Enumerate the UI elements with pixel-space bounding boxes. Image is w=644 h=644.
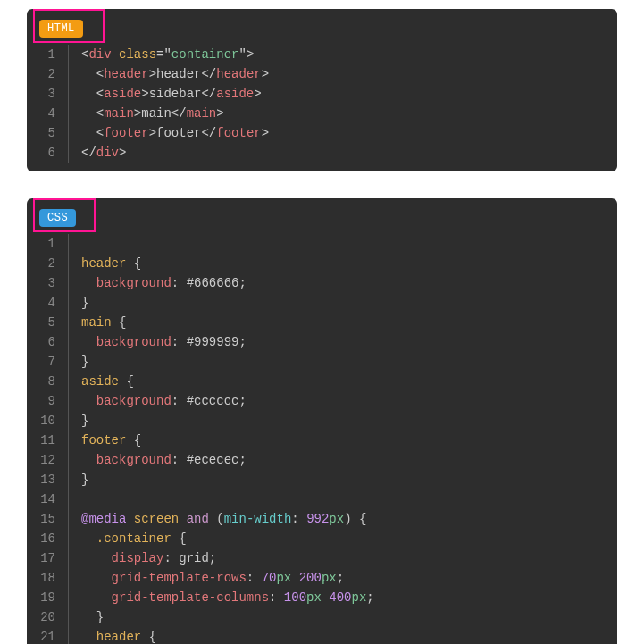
code-line: grid-template-rows: 70px 200px; bbox=[81, 568, 605, 588]
code-block-html: HTML123456<div class="container"> <heade… bbox=[27, 9, 617, 171]
code-line: display: grid; bbox=[81, 548, 605, 568]
line-number: 5 bbox=[39, 313, 55, 332]
code-line: background: #666666; bbox=[81, 273, 605, 293]
code-line: } bbox=[81, 293, 605, 313]
line-number: 20 bbox=[39, 607, 55, 627]
line-number: 10 bbox=[39, 411, 55, 431]
code-line: </div> bbox=[81, 143, 605, 163]
code-line: aside { bbox=[81, 372, 605, 391]
code-line: background: #cccccc; bbox=[81, 391, 605, 411]
line-number: 4 bbox=[39, 104, 55, 123]
line-number: 12 bbox=[39, 450, 55, 470]
code-line: @media screen and (min-width: 992px) { bbox=[81, 509, 605, 529]
line-number: 4 bbox=[39, 293, 55, 313]
code-line: <footer>footer</footer> bbox=[81, 123, 605, 143]
code-line bbox=[81, 234, 605, 254]
line-number: 8 bbox=[39, 372, 55, 391]
code-line bbox=[81, 489, 605, 509]
line-number: 11 bbox=[39, 431, 55, 450]
code-line: main { bbox=[81, 313, 605, 332]
code-line: grid-template-columns: 100px 400px; bbox=[81, 588, 605, 607]
code-line: <header>header</header> bbox=[81, 64, 605, 84]
code-line: } bbox=[81, 411, 605, 431]
line-number: 1 bbox=[39, 45, 55, 64]
line-number: 19 bbox=[39, 588, 55, 607]
line-number: 9 bbox=[39, 391, 55, 411]
line-number: 18 bbox=[39, 568, 55, 588]
code-line: } bbox=[81, 470, 605, 489]
code-line: footer { bbox=[81, 431, 605, 450]
code-line: background: #999999; bbox=[81, 332, 605, 352]
line-number: 3 bbox=[39, 273, 55, 293]
line-number: 5 bbox=[39, 123, 55, 143]
code-line: header { bbox=[81, 254, 605, 273]
code-line: <div class="container"> bbox=[81, 45, 605, 64]
code-line: } bbox=[81, 607, 605, 627]
line-number: 15 bbox=[39, 509, 55, 529]
line-number: 13 bbox=[39, 470, 55, 489]
code-line: <main>main</main> bbox=[81, 104, 605, 123]
code-line: header { bbox=[81, 627, 605, 644]
line-number-gutter: 123456 bbox=[39, 45, 69, 163]
line-number: 6 bbox=[39, 143, 55, 163]
line-number: 16 bbox=[39, 529, 55, 548]
language-badge-css: CSS bbox=[39, 209, 76, 227]
code-line: background: #ececec; bbox=[81, 450, 605, 470]
line-number: 17 bbox=[39, 548, 55, 568]
line-number-gutter: 12345678910111213141516171819202122 bbox=[39, 234, 69, 644]
code-line: } bbox=[81, 352, 605, 372]
code-line: .container { bbox=[81, 529, 605, 548]
line-number: 14 bbox=[39, 489, 55, 509]
line-number: 1 bbox=[39, 234, 55, 254]
code-content[interactable]: header { background: #666666;}main { bac… bbox=[69, 234, 605, 644]
code-content[interactable]: <div class="container"> <header>header</… bbox=[69, 45, 605, 163]
line-number: 21 bbox=[39, 627, 55, 644]
line-number: 7 bbox=[39, 352, 55, 372]
language-badge-html: HTML bbox=[39, 20, 83, 38]
line-number: 6 bbox=[39, 332, 55, 352]
line-number: 2 bbox=[39, 64, 55, 84]
code-block-css: CSS12345678910111213141516171819202122 h… bbox=[27, 198, 617, 644]
code-line: <aside>sidebar</aside> bbox=[81, 84, 605, 104]
line-number: 3 bbox=[39, 84, 55, 104]
line-number: 2 bbox=[39, 254, 55, 273]
